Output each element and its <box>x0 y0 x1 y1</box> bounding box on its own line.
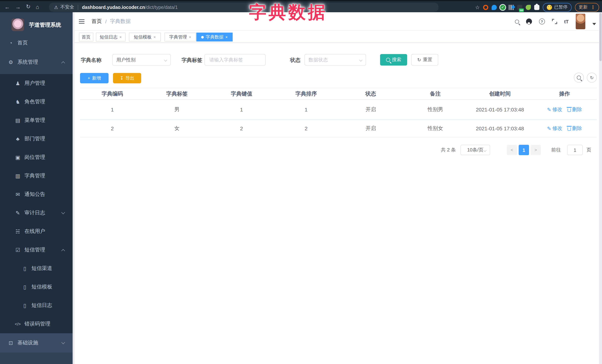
collapse-sidebar-icon[interactable] <box>79 19 85 24</box>
sidebar-item-notice[interactable]: ✉ 通知公告 <box>0 185 73 204</box>
sidebar-item-online-users[interactable]: ☵ 在线用户 <box>0 222 73 241</box>
status-select[interactable]: 数据状态 <box>304 54 366 65</box>
prev-page-button[interactable]: < <box>507 145 517 155</box>
close-icon[interactable]: × <box>154 35 156 39</box>
edit-link[interactable]: ✎修改 <box>547 125 562 132</box>
search-button[interactable]: 搜索 <box>380 54 407 65</box>
cell-actions: ✎修改 删除 <box>532 106 597 113</box>
extension-icon-blue-drop[interactable] <box>492 5 497 10</box>
sidebar-item-error-code[interactable]: </> 错误码管理 <box>0 315 73 333</box>
url-domain[interactable]: dashboard.yudao.iocoder.cn <box>82 5 145 10</box>
user-avatar[interactable] <box>576 14 585 29</box>
sidebar-item-sms-management[interactable]: ☑ 短信管理 <box>0 241 73 259</box>
next-page-button[interactable]: > <box>530 145 541 155</box>
dict-label-input[interactable] <box>209 57 262 63</box>
sidebar-item-label: 基础设施 <box>17 340 38 346</box>
pagination-total: 共 2 条 <box>441 145 456 155</box>
tab-dict-data[interactable]: 字典数据 × <box>196 32 233 42</box>
goto-page-input[interactable] <box>568 145 582 155</box>
not-secure-warning-icon: ⚠ <box>54 5 58 10</box>
extension-icon-green-check[interactable]: ✓ <box>500 5 505 10</box>
address-bar[interactable]: ⚠ 不安全 dashboard.yudao.iocoder.cn /dict/t… <box>49 3 439 12</box>
breadcrumb-separator: / <box>105 19 107 24</box>
sidebar-item-user-management[interactable]: ♟ 用户管理 <box>0 74 73 93</box>
sidebar-item-sms-log[interactable]: ▯ 短信日志 <box>0 296 73 315</box>
column-header: 字典键值 <box>209 90 274 97</box>
tab-home[interactable]: 首页 <box>79 32 93 42</box>
add-button[interactable]: + 新增 <box>80 73 108 83</box>
refresh-circle-button[interactable]: ↻ <box>587 73 597 83</box>
page-scrollbar[interactable] <box>599 12 602 364</box>
application-window: ← → ↻ ⌂ ⚠ 不安全 dashboard.yudao.iocoder.cn… <box>0 0 602 364</box>
extension-icon-green[interactable] <box>526 5 531 10</box>
back-icon[interactable]: ← <box>4 3 10 10</box>
sidebar-item-menu-management[interactable]: ▤ 菜单管理 <box>0 111 73 130</box>
tab-label: 短信日志 <box>100 34 118 40</box>
sidebar-item-post-management[interactable]: ▣ 岗位管理 <box>0 148 73 167</box>
close-icon[interactable]: × <box>226 35 228 39</box>
cell-label: 男 <box>145 106 209 113</box>
close-icon[interactable]: × <box>189 35 191 39</box>
sidebar-item-label: 短信渠道 <box>32 265 52 272</box>
sidebar-item-infrastructure[interactable]: ⊡ 基础设施 <box>0 333 73 353</box>
extension-on-badge: on <box>519 8 524 12</box>
scrollbar-thumb[interactable] <box>599 13 602 61</box>
page-size-value: 10条/页 <box>467 147 484 153</box>
sidebar-item-sms-template[interactable]: ▯ 短信模板 <box>0 278 73 296</box>
sidebar-item-label: 短信管理 <box>24 247 45 253</box>
bookmark-star-icon[interactable]: ☆ <box>475 4 480 10</box>
sidebar-scrollbar[interactable] <box>73 12 75 364</box>
reload-icon[interactable]: ↻ <box>26 3 31 10</box>
forward-icon[interactable]: → <box>15 3 21 10</box>
column-header: 字典排序 <box>274 90 338 97</box>
sidebar-item-home[interactable]: ◔ 首页 <box>0 34 73 52</box>
url-path[interactable]: /dict/type/data/1 <box>145 5 178 10</box>
avatar-dropdown-caret-icon[interactable] <box>592 23 596 25</box>
update-label: 更新 <box>579 4 588 10</box>
sidebar-item-system-management[interactable]: ⚙ 系统管理 <box>0 53 73 72</box>
tab-sms-log[interactable]: 短信日志 × <box>96 32 126 42</box>
breadcrumb-home[interactable]: 首页 <box>92 18 102 25</box>
home-icon[interactable]: ⌂ <box>36 3 39 10</box>
search-icon[interactable] <box>515 20 519 23</box>
cell-status: 开启 <box>338 125 403 132</box>
delete-link[interactable]: 删除 <box>568 106 582 113</box>
extension-icon-switch[interactable]: on <box>517 5 522 10</box>
sidebar-item-audit-log[interactable]: ✎ 审计日志 <box>0 204 73 222</box>
not-secure-label[interactable]: 不安全 <box>60 4 74 10</box>
github-icon[interactable] <box>526 19 532 24</box>
help-icon[interactable]: ? <box>539 19 545 24</box>
toggle-search-circle-button[interactable] <box>574 73 584 83</box>
extension-icon-columns[interactable] <box>509 5 514 10</box>
breadcrumb-current: 字典数据 <box>110 18 131 25</box>
cell-value: 1 <box>209 107 274 113</box>
sidebar-item-sms-channel[interactable]: ▯ 短信渠道 <box>0 259 73 278</box>
tab-dict-management[interactable]: 字典管理 × <box>164 32 196 42</box>
edit-link[interactable]: ✎修改 <box>547 106 562 113</box>
sidebar-item-role-management[interactable]: ♞ 角色管理 <box>0 93 73 111</box>
sidebar-item-department-management[interactable]: ♣ 部门管理 <box>0 130 73 148</box>
delete-link[interactable]: 删除 <box>568 125 582 132</box>
dict-name-select[interactable]: 用户性别 <box>112 54 171 65</box>
sidebar-logo[interactable]: 芋道管理系统 <box>0 15 73 34</box>
close-icon[interactable]: × <box>119 35 122 39</box>
browser-menu-icon[interactable]: ⋮ <box>591 4 595 10</box>
export-button[interactable]: ↧ 导出 <box>113 73 141 83</box>
column-header: 操作 <box>532 90 597 97</box>
tab-sms-template[interactable]: 短信模板 × <box>129 32 161 42</box>
extensions-puzzle-icon[interactable] <box>534 5 539 10</box>
app-header: 首页 / 字典数据 ? tT <box>75 12 599 31</box>
browser-update-button[interactable]: 更新 ⋮ <box>575 3 599 12</box>
page-size-select[interactable]: 10条/页 <box>461 145 490 155</box>
profile-paused-chip[interactable]: 已暂停 <box>543 3 572 12</box>
font-size-icon[interactable]: tT <box>564 19 569 24</box>
menu-list-icon: ▤ <box>14 117 21 123</box>
extension-icon-orange[interactable] <box>483 5 488 10</box>
sidebar-item-label: 菜单管理 <box>24 117 45 124</box>
tab-label: 短信模板 <box>134 34 152 40</box>
sidebar-item-dict-management[interactable]: ▥ 字典管理 <box>0 167 73 185</box>
sidebar-item-label: 系统管理 <box>17 59 38 65</box>
fullscreen-icon[interactable] <box>552 19 557 24</box>
reset-button[interactable]: ↻ 重置 <box>411 54 438 65</box>
page-number-1[interactable]: 1 <box>519 145 529 155</box>
